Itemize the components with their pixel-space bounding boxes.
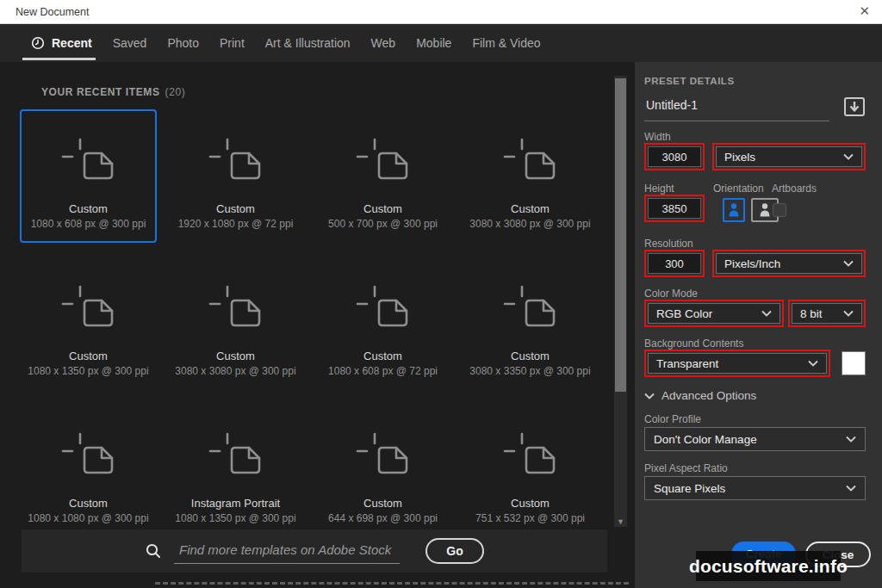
orientation-portrait-button[interactable]: [723, 198, 745, 222]
document-icon: [208, 405, 264, 497]
chevron-down-icon: [846, 485, 856, 492]
advanced-options-toggle[interactable]: Advanced Options: [644, 389, 866, 402]
search-icon: [145, 542, 162, 560]
artboards-label: Artboards: [772, 183, 817, 195]
resolution-input[interactable]: [648, 253, 701, 274]
preset-details-panel: PRESET DETAILS Width Pixels Height: [635, 62, 882, 588]
recent-item-card[interactable]: Instagram Portrait 1080 x 1350 px @ 300 …: [167, 404, 304, 537]
recent-item-card[interactable]: Custom 3080 x 3350 px @ 300 ppi: [462, 257, 599, 390]
height-annotation-box: [644, 195, 705, 222]
tab-recent[interactable]: Recent: [31, 24, 92, 62]
document-icon: [356, 258, 411, 350]
width-annotation-box: [644, 143, 705, 170]
chevron-down-icon: [843, 260, 854, 267]
recent-item-card[interactable]: Custom 500 x 700 px @ 300 ppi: [314, 109, 451, 243]
background-annotation-box: Transparent: [644, 350, 830, 377]
recent-item-card[interactable]: Custom 3080 x 3080 px @ 300 ppi: [462, 109, 599, 243]
document-icon: [503, 258, 558, 350]
width-label: Width: [644, 131, 866, 143]
document-icon: [61, 111, 116, 202]
color-profile-label: Color Profile: [644, 413, 866, 425]
chevron-down-icon: [644, 393, 655, 399]
document-icon: [356, 405, 411, 497]
width-unit-dropdown[interactable]: Pixels: [716, 146, 862, 167]
bit-depth-dropdown[interactable]: 8 bit: [792, 303, 862, 324]
dialog-title: New Document: [16, 6, 89, 18]
watermark: docusoftware.info: [696, 551, 841, 581]
document-icon: [356, 111, 411, 202]
tab-art-illustration[interactable]: Art & Illustration: [265, 24, 351, 62]
document-icon: [61, 258, 116, 350]
width-input[interactable]: [648, 146, 701, 167]
recent-item-card[interactable]: Custom 1080 x 1080 px @ 300 ppi: [20, 404, 157, 537]
document-icon: [208, 111, 264, 202]
title-bar: New Document ✕: [0, 0, 882, 24]
tab-bar: Recent Saved Photo Print Art & Illustrat…: [0, 24, 882, 62]
orientation-label: Orientation: [713, 183, 764, 195]
artboards-checkbox[interactable]: [773, 203, 786, 217]
scrollbar-thumb[interactable]: [615, 78, 626, 392]
document-icon: [61, 405, 116, 497]
stock-search-input[interactable]: [174, 539, 400, 564]
chevron-down-icon: [761, 310, 772, 317]
recent-items-heading: YOUR RECENT ITEMS(20): [41, 86, 185, 98]
resolution-unit-annotation-box: Pixels/Inch: [712, 250, 866, 277]
portrait-person-icon: [725, 201, 742, 219]
document-icon: [503, 405, 558, 497]
height-label: Height: [644, 183, 674, 195]
recent-item-card[interactable]: Custom 3080 x 3080 px @ 300 ppi: [167, 257, 304, 390]
pixel-aspect-ratio-label: Pixel Aspect Ratio: [644, 462, 866, 474]
preset-details-heading: PRESET DETAILS: [644, 76, 866, 86]
save-preset-icon[interactable]: [843, 96, 866, 117]
color-mode-label: Color Mode: [644, 288, 866, 300]
tab-print[interactable]: Print: [220, 24, 245, 62]
tab-saved[interactable]: Saved: [113, 24, 147, 62]
recent-item-card[interactable]: Custom 1080 x 1350 px @ 300 ppi: [20, 257, 157, 390]
tab-photo[interactable]: Photo: [167, 24, 199, 62]
width-unit-annotation-box: Pixels: [712, 143, 866, 170]
chevron-down-icon: [843, 310, 854, 317]
clock-icon: [31, 36, 45, 50]
recent-item-card[interactable]: Custom 1080 x 608 px @ 300 ppi: [20, 109, 157, 243]
document-icon: [503, 111, 558, 202]
recent-item-card[interactable]: Custom 644 x 698 px @ 300 ppi: [314, 404, 451, 537]
tab-web[interactable]: Web: [371, 24, 396, 62]
chevron-down-icon: [808, 360, 818, 367]
document-name-input[interactable]: [644, 96, 829, 121]
go-button[interactable]: Go: [425, 538, 484, 564]
tab-mobile[interactable]: Mobile: [416, 24, 451, 62]
document-icon: [208, 258, 264, 350]
color-mode-dropdown[interactable]: RGB Color: [648, 303, 780, 324]
chevron-down-icon: [843, 153, 854, 160]
bit-depth-annotation-box: 8 bit: [788, 300, 866, 327]
height-input[interactable]: [648, 198, 701, 219]
color-mode-annotation-box: RGB Color: [644, 300, 784, 327]
color-profile-dropdown[interactable]: Don't Color Manage: [644, 427, 866, 451]
recent-items-count: (20): [165, 86, 186, 98]
background-contents-label: Background Contents: [644, 337, 866, 350]
scroll-down-icon[interactable]: ▼: [614, 517, 627, 527]
recent-item-card[interactable]: Custom 1080 x 608 px @ 72 ppi: [314, 257, 451, 390]
next-section-divider: [155, 582, 629, 585]
close-icon[interactable]: ✕: [859, 3, 870, 19]
recent-items-grid: Custom 1080 x 608 px @ 300 ppi Custom 19…: [20, 109, 609, 551]
resolution-label: Resolution: [644, 238, 866, 250]
resolution-annotation-box: [644, 250, 705, 277]
tab-film-video[interactable]: Film & Video: [472, 24, 540, 62]
recent-item-card[interactable]: Custom 1920 x 1080 px @ 72 ppi: [167, 109, 304, 243]
pixel-aspect-ratio-dropdown[interactable]: Square Pixels: [644, 476, 866, 500]
background-contents-dropdown[interactable]: Transparent: [648, 353, 827, 374]
landscape-person-icon: [756, 201, 773, 219]
tab-label: Recent: [52, 36, 92, 50]
adobe-stock-search-panel: Go: [22, 529, 607, 573]
chevron-down-icon: [846, 436, 856, 443]
new-document-dialog: New Document ✕ Recent Saved Photo Print …: [0, 0, 882, 588]
resolution-unit-dropdown[interactable]: Pixels/Inch: [716, 253, 862, 274]
recent-item-card[interactable]: Custom 751 x 532 px @ 300 ppi: [462, 404, 599, 537]
background-color-swatch[interactable]: [842, 351, 866, 375]
vertical-scrollbar[interactable]: ▲ ▼: [614, 76, 627, 527]
